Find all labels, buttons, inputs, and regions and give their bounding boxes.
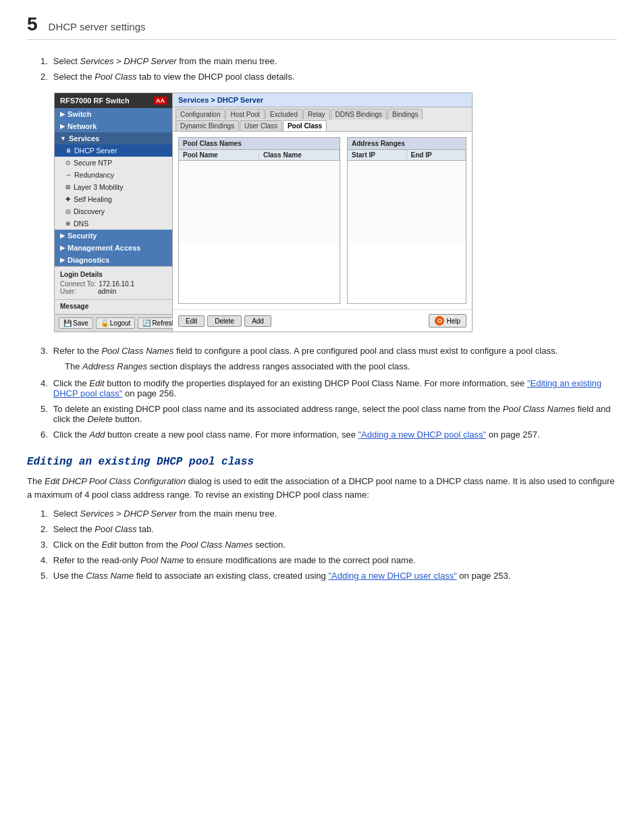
- intro-step-2: 2. Select the Pool Class tab to view the…: [41, 72, 617, 82]
- step-num: 5.: [41, 571, 48, 581]
- layer3-icon: ⊞: [65, 184, 71, 190]
- step-5: 5. To delete an existing DHCP pool class…: [41, 404, 617, 424]
- panel-content: Pool Class Names Pool Name Class Name Ad…: [173, 132, 472, 309]
- nav-label: Switch: [68, 110, 91, 118]
- step-num: 2.: [41, 72, 48, 82]
- save-label: Save: [73, 319, 88, 327]
- step-num: 3.: [41, 540, 48, 550]
- step-text: Select Services > DHCP Server from the m…: [53, 509, 277, 519]
- arrow-icon: ▶: [60, 244, 65, 251]
- arrow-icon: ▶: [60, 232, 65, 239]
- nav-label: DHCP Server: [74, 147, 117, 155]
- save-button[interactable]: 💾 Save: [59, 317, 93, 329]
- nav-label: Redundancy: [74, 171, 114, 179]
- ntp-icon: ⊙: [65, 159, 71, 166]
- main-panel: Services > DHCP Server Configuration Hos…: [173, 93, 472, 332]
- help-button[interactable]: O Help: [429, 314, 466, 328]
- step-num: 1.: [41, 56, 48, 66]
- nav-network[interactable]: ▶ Network: [55, 120, 172, 132]
- class-name-header: Class Name: [259, 150, 340, 160]
- tab-configuration[interactable]: Configuration: [176, 109, 225, 120]
- dns-icon: ⊕: [65, 220, 71, 227]
- start-ip-header: Start IP: [348, 150, 407, 160]
- step-text: Use the Class Name field to associate an…: [53, 571, 510, 581]
- healing-icon: ✚: [65, 196, 71, 203]
- addr-table-body: [348, 161, 466, 242]
- nav-secure-ntp[interactable]: ⊙ Secure NTP: [55, 157, 172, 169]
- step-3: 3. Refer to the Pool Class Names field t…: [41, 346, 617, 356]
- chapter-number: 5: [27, 14, 38, 35]
- page-header: 5 DHCP server settings: [27, 14, 617, 40]
- nav-self-healing[interactable]: ✚ Self Healing: [55, 193, 172, 205]
- redundancy-icon: ↔: [65, 172, 72, 178]
- tab-relay[interactable]: Relay: [303, 109, 330, 120]
- nav-services[interactable]: ▼ Services: [55, 132, 172, 145]
- intro-steps: 1. Select Services > DHCP Server from th…: [27, 56, 617, 82]
- chapter-title: DHCP server settings: [49, 21, 146, 32]
- tab-excluded[interactable]: Excluded: [265, 109, 302, 120]
- delete-button[interactable]: Delete: [207, 315, 242, 327]
- link-editing[interactable]: "Editing an existing DHCP pool class": [53, 378, 601, 398]
- user-label: User:: [60, 288, 95, 295]
- addr-table-header: Start IP End IP: [348, 150, 466, 161]
- pool-class-names-title: Pool Class Names: [179, 138, 340, 150]
- tab-bindings[interactable]: Bindings: [387, 109, 423, 120]
- pool-table-header: Pool Name Class Name: [179, 150, 340, 161]
- post-screenshot-steps: 3. Refer to the Pool Class Names field t…: [27, 346, 617, 440]
- step-text: Select the Pool Class tab to view the DH…: [53, 72, 294, 82]
- add-button[interactable]: Add: [244, 315, 271, 327]
- nav-dhcp-server[interactable]: 🖥 DHCP Server: [55, 145, 172, 157]
- tab-user-class[interactable]: User Class: [240, 120, 282, 131]
- login-connect-row: Connect To: 172.16.10.1: [60, 280, 167, 288]
- nav-label: Layer 3 Mobility: [74, 183, 124, 191]
- login-details: Login Details Connect To: 172.16.10.1 Us…: [55, 266, 172, 299]
- step-text: Refer to the read-only Pool Name to ensu…: [53, 555, 416, 565]
- step-text: Refer to the Pool Class Names field to c…: [53, 346, 558, 356]
- intro-step-1: 1. Select Services > DHCP Server from th…: [41, 56, 617, 66]
- nav-layer3[interactable]: ⊞ Layer 3 Mobility: [55, 181, 172, 193]
- step-text: To delete an existing DHCP pool class na…: [53, 404, 617, 424]
- help-icon: O: [435, 316, 444, 325]
- step-num: 2.: [41, 524, 48, 534]
- nav-diagnostics[interactable]: ▶ Diagnostics: [55, 254, 172, 266]
- message-section: Message: [55, 299, 172, 314]
- pool-name-header: Pool Name: [179, 150, 259, 160]
- note-text: The Address Ranges section displays the …: [65, 361, 410, 371]
- sec-step-5: 5. Use the Class Name field to associate…: [41, 571, 617, 581]
- tab-host-pool[interactable]: Host Pool: [225, 109, 264, 120]
- logout-button[interactable]: 🔓 Logout: [96, 317, 136, 329]
- step-text: Select the Pool Class tab.: [53, 524, 154, 534]
- edit-button[interactable]: Edit: [178, 315, 205, 327]
- link-user-class[interactable]: "Adding a new DHCP user class": [328, 571, 456, 581]
- nav-label: Network: [68, 122, 97, 130]
- step-text: Click the Edit button to modify the prop…: [53, 378, 617, 398]
- tab-pool-class[interactable]: Pool Class: [283, 120, 327, 131]
- nav-label: Diagnostics: [68, 256, 109, 264]
- nav-switch[interactable]: ▶ Switch: [55, 108, 172, 120]
- end-ip-header: End IP: [407, 150, 466, 160]
- nav-management[interactable]: ▶ Management Access: [55, 242, 172, 254]
- nav-discovery[interactable]: ◎ Discovery: [55, 205, 172, 217]
- arrow-icon: ▶: [60, 257, 65, 263]
- nav-redundancy[interactable]: ↔ Redundancy: [55, 169, 172, 181]
- device-name: RFS7000 RF Switch: [60, 97, 130, 105]
- nav-security[interactable]: ▶ Security: [55, 230, 172, 242]
- link-adding[interactable]: "Adding a new DHCP pool class": [358, 429, 486, 440]
- sidebar: RFS7000 RF Switch AA ▶ Switch ▶ Network …: [55, 93, 173, 332]
- refresh-icon: 🔄: [142, 319, 151, 327]
- login-title: Login Details: [60, 271, 167, 278]
- login-user-row: User: admin: [60, 288, 167, 295]
- nav-dns[interactable]: ⊕ DNS: [55, 217, 172, 230]
- tab-ddns[interactable]: DDNS Bindings: [331, 109, 387, 120]
- screenshot: RFS7000 RF Switch AA ▶ Switch ▶ Network …: [54, 93, 473, 332]
- tab-dynamic[interactable]: Dynamic Bindings: [176, 120, 239, 131]
- step-text: Select Services > DHCP Server from the m…: [53, 56, 277, 66]
- sidebar-nav[interactable]: ▶ Switch ▶ Network ▼ Services 🖥 DHCP Ser…: [55, 108, 172, 266]
- step-num: 1.: [41, 509, 48, 519]
- section-steps: 1. Select Services > DHCP Server from th…: [27, 509, 617, 581]
- address-ranges-title: Address Ranges: [348, 138, 466, 150]
- step-text: Click on the Edit button from the Pool C…: [53, 540, 286, 550]
- step-text: Click the Add button create a new pool c…: [53, 429, 540, 440]
- step-num: 6.: [41, 429, 48, 440]
- step-num: 3.: [41, 346, 48, 356]
